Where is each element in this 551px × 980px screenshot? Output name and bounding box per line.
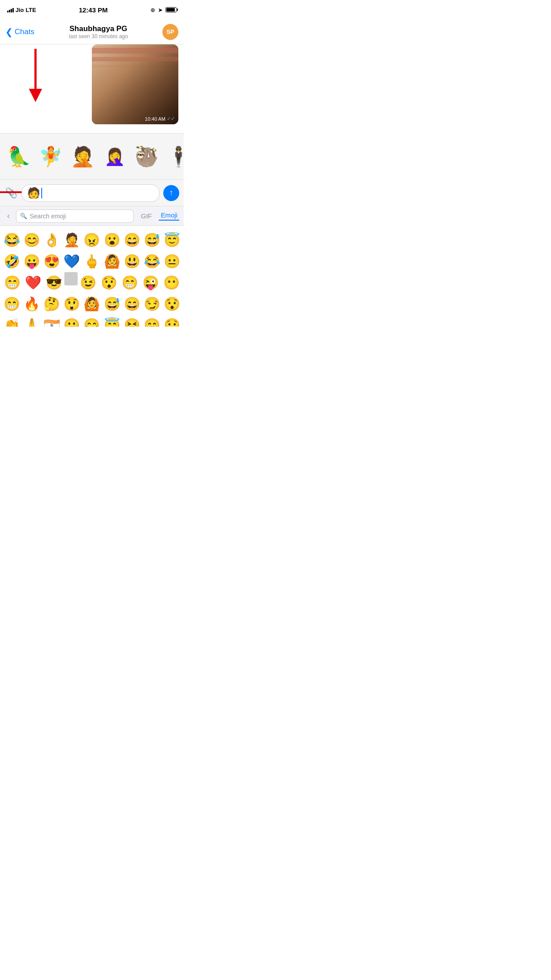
emoji-joy[interactable]: 😂 (142, 251, 162, 271)
nav-title: Shaubhagya PG last seen 30 minutes ago (69, 24, 128, 40)
emoji-prayer[interactable]: 🙏 (22, 315, 42, 327)
emoji-blue-heart[interactable]: 💙 (62, 251, 82, 271)
emoji-wink[interactable]: 😉 (78, 272, 98, 292)
emoji-thinking[interactable]: 🤔 (42, 293, 62, 314)
emoji-big-grin[interactable]: 😁 (2, 293, 22, 314)
emoji-laughing[interactable]: 😂 (2, 229, 22, 250)
back-label: Chats (15, 28, 34, 36)
emoji-woman-facepalm[interactable]: 🙆 (102, 251, 122, 271)
emoji-shocked[interactable]: 😲 (62, 293, 82, 314)
sticker-facepalm1[interactable]: 🤦 (67, 137, 98, 177)
emoji-sweat-smile[interactable]: 😅 (142, 229, 162, 250)
emoji-stuck-out[interactable]: 😜 (141, 272, 161, 292)
send-icon: ↑ (169, 188, 173, 198)
emoji-halo[interactable]: 😇 (162, 229, 182, 250)
emoji-heart-eyes[interactable]: 😍 (42, 251, 62, 271)
emoji-smirk[interactable]: 😏 (142, 293, 162, 314)
back-button[interactable]: ❮ Chats (5, 27, 34, 37)
chevron-left-icon: ❮ (5, 27, 13, 37)
emoji-row-4: 😁 🔥 🤔 😲 🙆 😅 😄 😏 😯 (2, 293, 182, 314)
gif-tab[interactable]: GIF (137, 212, 155, 220)
photo-message[interactable]: 10:40 AM ✓✓ (92, 44, 178, 124)
svg-marker-1 (29, 89, 42, 102)
status-time: 12:43 PM (79, 6, 108, 14)
emoji-red-heart[interactable]: ❤️ (23, 272, 43, 292)
avatar-initials: SP (166, 28, 174, 35)
sticker-suit[interactable]: 🕴 (163, 137, 184, 177)
send-button[interactable]: ↑ (163, 185, 179, 201)
emoji-smiley[interactable]: 😃 (122, 251, 142, 271)
annotation-arrow-right (0, 188, 22, 198)
status-bar: Jio LTE 12:43 PM ⊕ ➤ (0, 0, 184, 20)
last-seen-status: last seen 30 minutes ago (69, 33, 128, 40)
emoji-happy[interactable]: 😄 (142, 315, 162, 327)
photo-timestamp: 10:40 AM ✓✓ (145, 116, 175, 122)
carrier-label: Jio (16, 7, 24, 13)
emoji-grid: 😂 😊 👌 🤦 😠 😮 😄 😅 😇 🤣 😛 😍 💙 🖕 🙆 😃 😂 😐 😁 ❤️… (0, 226, 184, 327)
search-icon: 🔍 (20, 213, 27, 219)
emoji-fire[interactable]: 🔥 (22, 293, 42, 314)
emoji-open-mouth[interactable]: 😮 (102, 229, 122, 250)
sticker-facepalm2[interactable]: 🤦‍♀️ (99, 137, 130, 177)
text-cursor (41, 188, 42, 198)
message-time: 10:40 AM (145, 116, 165, 122)
emoji-search-bar: ‹ 🔍 Search emoji GIF Emoji (0, 206, 184, 226)
emoji-search-input[interactable]: 🔍 Search emoji (16, 209, 134, 223)
emoji-open2[interactable]: 😯 (162, 315, 182, 327)
search-placeholder: Search emoji (30, 213, 66, 220)
emoji-grinning[interactable]: 😄 (122, 229, 142, 250)
emoji-sweat[interactable]: 😅 (102, 293, 122, 314)
emoji-angry[interactable]: 😠 (82, 229, 102, 250)
emoji-raising-hands[interactable]: 🙆 (82, 293, 102, 314)
sticker-in-input: 🧑 (27, 187, 40, 199)
emoji-neutral[interactable]: 😐 (162, 251, 182, 271)
emoji-astonished[interactable]: 😯 (162, 293, 182, 314)
emoji-tongue[interactable]: 😛 (22, 251, 42, 271)
location-arrow-icon: ➤ (158, 7, 163, 13)
signal-bars (7, 7, 14, 12)
emoji-beam[interactable]: 😁 (120, 272, 140, 292)
sticker-fairy[interactable]: 🧚 (35, 137, 66, 177)
input-bar: 📎 🧑 ↑ (0, 180, 184, 206)
photo-content (92, 44, 178, 124)
emoji-innocent[interactable]: 😇 (102, 315, 122, 327)
emoji-rofl[interactable]: 🤣 (2, 251, 22, 271)
sticker-sloth[interactable]: 🦥 (131, 137, 161, 177)
emoji-hushed[interactable]: 😯 (99, 272, 119, 292)
location-icon: ⊕ (150, 7, 155, 13)
status-right: ⊕ ➤ (150, 7, 177, 13)
emoji-slightly-smiling[interactable]: 😀 (62, 315, 82, 327)
read-receipts: ✓✓ (167, 116, 175, 122)
annotation-arrow-down (27, 49, 44, 108)
emoji-india-flag[interactable]: 🇮🇳 (42, 315, 62, 327)
avatar[interactable]: SP (162, 24, 178, 40)
nav-bar: ❮ Chats Shaubhagya PG last seen 30 minut… (0, 20, 184, 44)
emoji-yum[interactable]: 😋 (82, 315, 102, 327)
emoji-row-1: 😂 😊 👌 🤦 😠 😮 😄 😅 😇 (2, 229, 182, 250)
emoji-sunglasses[interactable]: 😎 (43, 272, 64, 292)
sticker-row: 🦜 🧚 🤦 🤦‍♀️ 🦥 🕴 (0, 133, 184, 180)
emoji-grin[interactable]: 😁 (2, 272, 22, 292)
emoji-row-2: 🤣 😛 😍 💙 🖕 🙆 😃 😂 😐 (2, 251, 182, 271)
emoji-laughing2[interactable]: 😄 (122, 293, 142, 314)
sticker-parrot[interactable]: 🦜 (4, 137, 34, 177)
emoji-no-mouth[interactable]: 😶 (161, 272, 181, 292)
emoji-grey-square[interactable] (64, 272, 78, 285)
emoji-middle-finger[interactable]: 🖕 (82, 251, 102, 271)
message-input[interactable]: 🧑 (21, 184, 160, 202)
contact-name: Shaubhagya PG (69, 24, 128, 33)
emoji-back-button[interactable]: ‹ (4, 209, 12, 222)
emoji-laughing3[interactable]: 😆 (122, 315, 142, 327)
emoji-ok[interactable]: 👌 (42, 229, 62, 250)
network-label: LTE (26, 7, 36, 13)
emoji-tab[interactable]: Emoji (159, 211, 179, 221)
emoji-facepalm[interactable]: 🤦 (62, 229, 82, 250)
chat-area: 10:40 AM ✓✓ (0, 44, 184, 133)
emoji-row-5: 👏 🙏 🇮🇳 😀 😋 😇 😆 😄 😯 (2, 315, 182, 327)
emoji-row-3: 😁 ❤️ 😎 😉 😯 😁 😜 😶 (2, 272, 182, 292)
emoji-clapping[interactable]: 👏 (2, 315, 22, 327)
status-left: Jio LTE (7, 7, 36, 13)
battery-indicator (165, 7, 177, 12)
emoji-smile[interactable]: 😊 (22, 229, 42, 250)
